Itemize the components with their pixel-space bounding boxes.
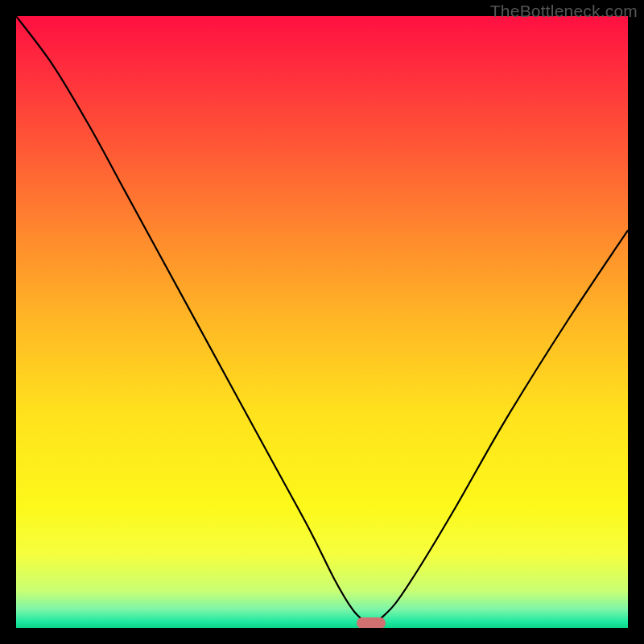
curve-path (16, 16, 628, 628)
plot-area (16, 16, 628, 628)
watermark-text: TheBottleneck.com (490, 2, 638, 21)
chart-frame: TheBottleneck.com (0, 0, 644, 644)
optimum-marker (357, 617, 386, 628)
bottleneck-curve (16, 16, 628, 628)
